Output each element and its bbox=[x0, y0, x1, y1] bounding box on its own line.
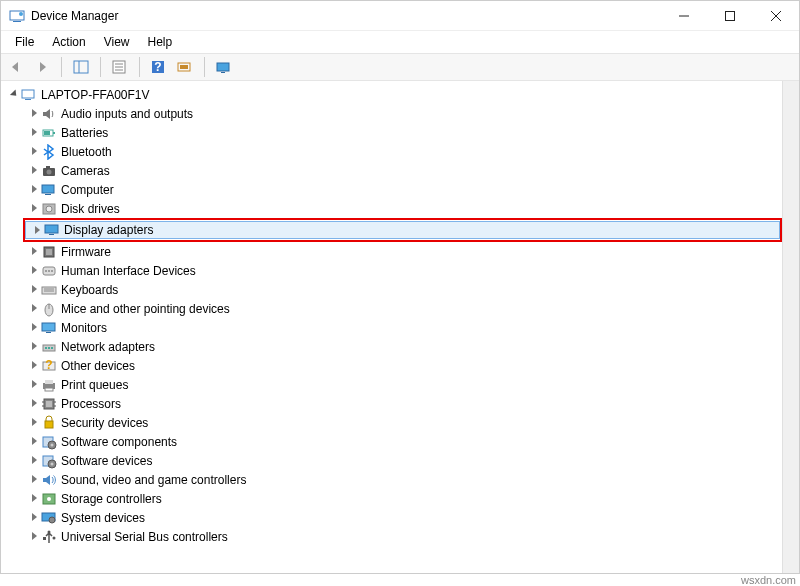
tree-item-row[interactable]: Disk drives bbox=[23, 199, 782, 218]
tree-item[interactable]: Processors bbox=[23, 394, 782, 413]
tree-item[interactable]: Network adapters bbox=[23, 337, 782, 356]
expand-icon[interactable] bbox=[27, 455, 41, 466]
expand-icon[interactable] bbox=[27, 379, 41, 390]
tree-item[interactable]: Cameras bbox=[23, 161, 782, 180]
expand-icon[interactable] bbox=[7, 89, 21, 100]
tree-item-row[interactable]: Mice and other pointing devices bbox=[23, 299, 782, 318]
expand-icon[interactable] bbox=[27, 303, 41, 314]
tree-item[interactable]: Sound, video and game controllers bbox=[23, 470, 782, 489]
vertical-scrollbar[interactable] bbox=[782, 81, 799, 573]
help-button[interactable]: ? bbox=[148, 56, 170, 78]
tree-item-row[interactable]: System devices bbox=[23, 508, 782, 527]
expand-icon[interactable] bbox=[27, 512, 41, 523]
tree-item[interactable]: Security devices bbox=[23, 413, 782, 432]
keyboard-icon bbox=[41, 282, 57, 298]
expand-icon[interactable] bbox=[27, 146, 41, 157]
expand-icon[interactable] bbox=[27, 284, 41, 295]
tree-item-label: Keyboards bbox=[61, 283, 118, 297]
menu-action[interactable]: Action bbox=[44, 33, 93, 51]
tree-item[interactable]: Disk drives bbox=[23, 199, 782, 218]
menu-help[interactable]: Help bbox=[140, 33, 181, 51]
tree-item-row[interactable]: ?Other devices bbox=[23, 356, 782, 375]
tree-item[interactable]: Display adapters bbox=[23, 218, 782, 242]
printer-icon bbox=[41, 377, 57, 393]
minimize-button[interactable] bbox=[661, 1, 707, 31]
scan-hardware-button[interactable] bbox=[174, 56, 196, 78]
tree-item-row[interactable]: Security devices bbox=[23, 413, 782, 432]
expand-icon[interactable] bbox=[27, 341, 41, 352]
tree-item-row[interactable]: Display adapters bbox=[25, 221, 780, 239]
expand-icon[interactable] bbox=[27, 322, 41, 333]
svg-text:?: ? bbox=[154, 60, 161, 74]
tree-item-row[interactable]: Computer bbox=[23, 180, 782, 199]
expand-icon[interactable] bbox=[27, 127, 41, 138]
tree-item[interactable]: Bluetooth bbox=[23, 142, 782, 161]
expand-icon[interactable] bbox=[27, 246, 41, 257]
tree-item[interactable]: Human Interface Devices bbox=[23, 261, 782, 280]
tree-item[interactable]: Print queues bbox=[23, 375, 782, 394]
show-hide-tree-button[interactable] bbox=[70, 56, 92, 78]
tree-item[interactable]: Software components bbox=[23, 432, 782, 451]
tree-item-row[interactable]: Storage controllers bbox=[23, 489, 782, 508]
tree-item-row[interactable]: Print queues bbox=[23, 375, 782, 394]
tree-item[interactable]: ?Other devices bbox=[23, 356, 782, 375]
tree-item-row[interactable]: Keyboards bbox=[23, 280, 782, 299]
expand-icon[interactable] bbox=[27, 203, 41, 214]
expand-icon[interactable] bbox=[27, 360, 41, 371]
forward-button[interactable] bbox=[31, 56, 53, 78]
tree-item[interactable]: Software devices bbox=[23, 451, 782, 470]
tree-item[interactable]: Audio inputs and outputs bbox=[23, 104, 782, 123]
menu-view[interactable]: View bbox=[96, 33, 138, 51]
expand-icon[interactable] bbox=[27, 474, 41, 485]
tree-item[interactable]: Computer bbox=[23, 180, 782, 199]
tree-item[interactable]: System devices bbox=[23, 508, 782, 527]
expand-icon[interactable] bbox=[30, 225, 44, 236]
toolbar-separator bbox=[61, 57, 62, 77]
tree-item-row[interactable]: Network adapters bbox=[23, 337, 782, 356]
expand-icon[interactable] bbox=[27, 265, 41, 276]
software-icon bbox=[41, 453, 57, 469]
expand-icon[interactable] bbox=[27, 108, 41, 119]
tree-item[interactable]: Firmware bbox=[23, 242, 782, 261]
tree-item-row[interactable]: Audio inputs and outputs bbox=[23, 104, 782, 123]
tree-item-label: Security devices bbox=[61, 416, 148, 430]
expand-icon[interactable] bbox=[27, 531, 41, 542]
tree-item[interactable]: Keyboards bbox=[23, 280, 782, 299]
root-node[interactable]: LAPTOP-FFA00F1V bbox=[7, 85, 782, 104]
tree-item-row[interactable]: Batteries bbox=[23, 123, 782, 142]
tree-item[interactable]: Storage controllers bbox=[23, 489, 782, 508]
tree-item-row[interactable]: Bluetooth bbox=[23, 142, 782, 161]
expand-icon[interactable] bbox=[27, 493, 41, 504]
cpu-icon bbox=[41, 396, 57, 412]
menu-file[interactable]: File bbox=[7, 33, 42, 51]
tree-item-row[interactable]: Universal Serial Bus controllers bbox=[23, 527, 782, 546]
svg-rect-20 bbox=[25, 99, 31, 100]
svg-rect-26 bbox=[46, 166, 50, 168]
tree-item-row[interactable]: Sound, video and game controllers bbox=[23, 470, 782, 489]
tree-item[interactable]: Monitors bbox=[23, 318, 782, 337]
close-button[interactable] bbox=[753, 1, 799, 31]
expand-icon[interactable] bbox=[27, 398, 41, 409]
software-icon bbox=[41, 434, 57, 450]
tree-item-row[interactable]: Software components bbox=[23, 432, 782, 451]
tree-item[interactable]: Universal Serial Bus controllers bbox=[23, 527, 782, 546]
devices-by-type-button[interactable] bbox=[213, 56, 235, 78]
back-button[interactable] bbox=[5, 56, 27, 78]
tree-item-row[interactable]: Cameras bbox=[23, 161, 782, 180]
maximize-button[interactable] bbox=[707, 1, 753, 31]
expand-icon[interactable] bbox=[27, 184, 41, 195]
tree-item-row[interactable]: Firmware bbox=[23, 242, 782, 261]
tree-item-row[interactable]: Software devices bbox=[23, 451, 782, 470]
expand-icon[interactable] bbox=[27, 436, 41, 447]
tree-item-row[interactable]: Human Interface Devices bbox=[23, 261, 782, 280]
properties-button[interactable] bbox=[109, 56, 131, 78]
expand-icon[interactable] bbox=[27, 417, 41, 428]
expand-icon[interactable] bbox=[27, 165, 41, 176]
tree-item-label: Mice and other pointing devices bbox=[61, 302, 230, 316]
tree-item[interactable]: Mice and other pointing devices bbox=[23, 299, 782, 318]
device-tree[interactable]: LAPTOP-FFA00F1V Audio inputs and outputs… bbox=[1, 81, 782, 573]
tree-item-row[interactable]: Monitors bbox=[23, 318, 782, 337]
svg-point-69 bbox=[47, 497, 51, 501]
tree-item-row[interactable]: Processors bbox=[23, 394, 782, 413]
tree-item[interactable]: Batteries bbox=[23, 123, 782, 142]
